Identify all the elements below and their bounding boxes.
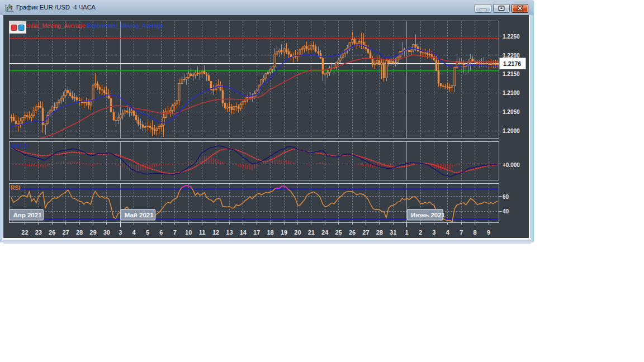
svg-text:12: 12 — [212, 229, 219, 236]
svg-text:8: 8 — [473, 229, 477, 236]
svg-text:19: 19 — [281, 229, 287, 236]
svg-text:13: 13 — [226, 229, 233, 236]
svg-text:MACD: MACD — [11, 142, 29, 149]
svg-text:1.2000: 1.2000 — [503, 128, 520, 134]
svg-text:20: 20 — [294, 229, 301, 236]
svg-text:4: 4 — [132, 229, 136, 236]
svg-text:RSI: RSI — [11, 184, 21, 191]
svg-text:4: 4 — [446, 229, 450, 236]
svg-text:1.2200: 1.2200 — [503, 53, 520, 59]
svg-text:30: 30 — [103, 229, 110, 236]
svg-text:Май 2021: Май 2021 — [125, 212, 154, 218]
svg-text:1: 1 — [405, 229, 409, 236]
svg-text:22: 22 — [21, 229, 28, 236]
svg-text:24: 24 — [321, 229, 329, 236]
svg-text:9: 9 — [487, 229, 490, 236]
svg-text:3: 3 — [432, 229, 435, 236]
svg-text:7: 7 — [173, 229, 177, 236]
svg-text:31: 31 — [390, 229, 396, 236]
svg-text:21: 21 — [308, 229, 315, 236]
svg-text:27: 27 — [62, 229, 69, 236]
svg-text:25: 25 — [335, 229, 342, 236]
svg-text:26: 26 — [349, 229, 356, 236]
svg-text:1.2176: 1.2176 — [503, 60, 521, 67]
svg-text:28: 28 — [76, 229, 83, 236]
svg-text:23: 23 — [35, 229, 42, 236]
svg-text:18: 18 — [267, 229, 273, 236]
svg-text:26: 26 — [49, 229, 55, 236]
svg-text:6: 6 — [159, 229, 163, 236]
svg-text:10: 10 — [185, 229, 192, 236]
svg-text:1.2050: 1.2050 — [503, 109, 520, 115]
svg-text:1.2100: 1.2100 — [503, 90, 520, 96]
svg-text:29: 29 — [89, 229, 96, 236]
svg-text:14: 14 — [240, 229, 247, 236]
svg-text:Exponential_Moving_Average: Exponential_Moving_Average — [87, 23, 164, 29]
svg-text:2: 2 — [419, 229, 422, 236]
svg-text:+0.000: +0.000 — [503, 162, 520, 168]
svg-text:1.2150: 1.2150 — [503, 71, 520, 77]
svg-text:5: 5 — [146, 229, 149, 236]
svg-text:60: 60 — [503, 194, 509, 200]
svg-text:40: 40 — [503, 208, 509, 215]
svg-text:11: 11 — [199, 229, 206, 236]
svg-text:27: 27 — [362, 229, 369, 236]
svg-text:Июнь 2021: Июнь 2021 — [411, 212, 445, 218]
svg-text:7: 7 — [460, 229, 463, 236]
svg-text:Апр 2021: Апр 2021 — [13, 212, 42, 218]
svg-text:28: 28 — [376, 229, 383, 236]
svg-text:1.2250: 1.2250 — [503, 34, 520, 40]
svg-text:3: 3 — [119, 229, 122, 236]
svg-text:17: 17 — [253, 229, 260, 236]
